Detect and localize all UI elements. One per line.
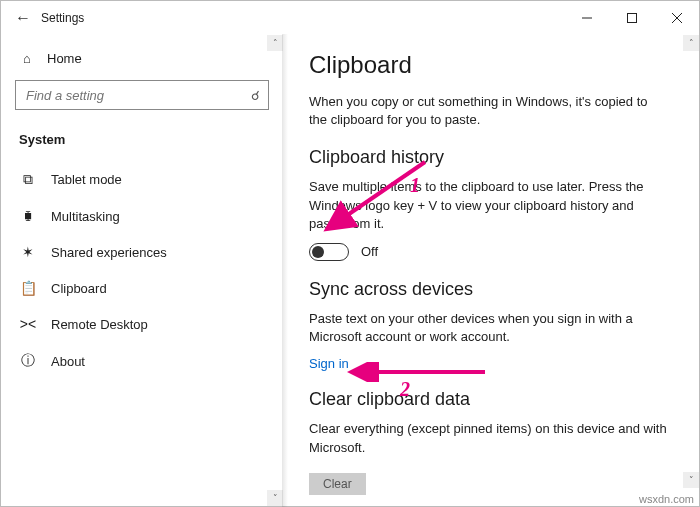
maximize-button[interactable] bbox=[609, 1, 654, 35]
nav-item-about[interactable]: ⓘ About bbox=[15, 342, 269, 380]
home-button[interactable]: ⌂ Home bbox=[15, 45, 269, 80]
section-heading: System bbox=[15, 126, 269, 161]
section-clear-desc: Clear everything (except pinned items) o… bbox=[309, 420, 669, 456]
sidebar: ˄ ⌂ Home ☌ System ⧉ Tablet mode ⧯ Multit bbox=[1, 35, 283, 506]
window-controls bbox=[564, 1, 699, 35]
section-clear-heading: Clear clipboard data bbox=[309, 389, 673, 410]
search-input[interactable] bbox=[24, 87, 251, 104]
nav-item-clipboard[interactable]: 📋 Clipboard bbox=[15, 270, 269, 306]
home-label: Home bbox=[47, 51, 82, 66]
nav-label: Remote Desktop bbox=[51, 317, 148, 332]
back-icon[interactable]: ← bbox=[15, 9, 31, 27]
intro-text: When you copy or cut something in Window… bbox=[309, 93, 669, 129]
annotation-number-2: 2 bbox=[400, 378, 410, 401]
page-title: Clipboard bbox=[309, 51, 673, 79]
nav-label: Clipboard bbox=[51, 281, 107, 296]
sidebar-scroll-down[interactable]: ˅ bbox=[267, 490, 283, 506]
svg-rect-1 bbox=[627, 14, 636, 23]
clipboard-icon: 📋 bbox=[19, 280, 37, 296]
section-sync-desc: Paste text on your other devices when yo… bbox=[309, 310, 669, 346]
sign-in-link[interactable]: Sign in bbox=[309, 356, 349, 371]
nav-item-tablet-mode[interactable]: ⧉ Tablet mode bbox=[15, 161, 269, 198]
minimize-button[interactable] bbox=[564, 1, 609, 35]
titlebar: ← Settings bbox=[1, 1, 699, 35]
nav-label: Tablet mode bbox=[51, 172, 122, 187]
toggle-state-label: Off bbox=[361, 244, 378, 259]
content-scroll-down[interactable]: ˅ bbox=[683, 472, 699, 488]
tablet-icon: ⧉ bbox=[19, 171, 37, 188]
nav-label: About bbox=[51, 354, 85, 369]
clear-button[interactable]: Clear bbox=[309, 473, 366, 495]
home-icon: ⌂ bbox=[19, 51, 35, 66]
clipboard-history-toggle[interactable] bbox=[309, 243, 349, 261]
nav-label: Shared experiences bbox=[51, 245, 167, 260]
window-title: Settings bbox=[41, 11, 84, 25]
content-scroll-up[interactable]: ˄ bbox=[683, 35, 699, 51]
annotation-number-1: 1 bbox=[410, 174, 420, 197]
nav-item-multitasking[interactable]: ⧯ Multitasking bbox=[15, 198, 269, 234]
remote-desktop-icon: >< bbox=[19, 316, 37, 332]
section-history-heading: Clipboard history bbox=[309, 147, 673, 168]
section-history-desc: Save multiple items to the clipboard to … bbox=[309, 178, 669, 233]
shared-experiences-icon: ✶ bbox=[19, 244, 37, 260]
nav-item-remote-desktop[interactable]: >< Remote Desktop bbox=[15, 306, 269, 342]
multitasking-icon: ⧯ bbox=[19, 208, 37, 224]
about-icon: ⓘ bbox=[19, 352, 37, 370]
section-sync-heading: Sync across devices bbox=[309, 279, 673, 300]
search-icon: ☌ bbox=[251, 88, 260, 103]
close-button[interactable] bbox=[654, 1, 699, 35]
watermark: wsxdn.com bbox=[639, 493, 694, 505]
content-pane: Clipboard When you copy or cut something… bbox=[283, 35, 699, 506]
nav-item-shared-experiences[interactable]: ✶ Shared experiences bbox=[15, 234, 269, 270]
nav-label: Multitasking bbox=[51, 209, 120, 224]
search-box[interactable]: ☌ bbox=[15, 80, 269, 110]
toggle-knob bbox=[312, 246, 324, 258]
